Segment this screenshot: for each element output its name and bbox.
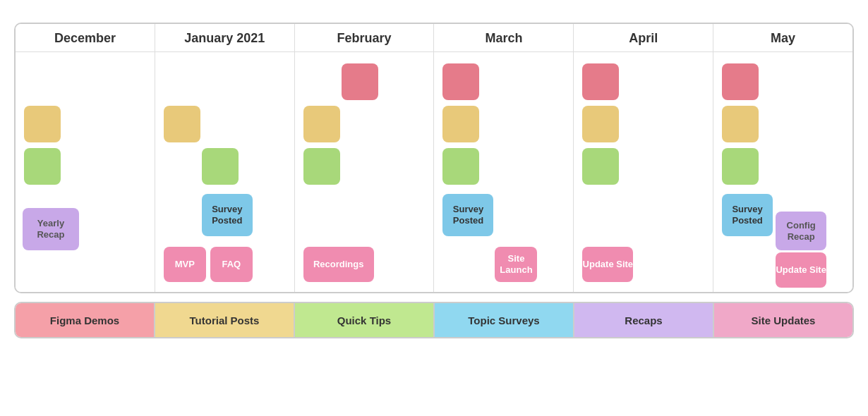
schedule-item-may-2 (722, 148, 759, 185)
schedule-item-apr-1 (582, 106, 619, 142)
schedule-item-may-3: Survey Posted (722, 194, 773, 236)
schedule-item-feb-2 (303, 148, 340, 185)
month-header-april: April (574, 24, 713, 51)
legend-item-site-updates: Site Updates (714, 303, 852, 337)
legend-item-figma-demos: Figma Demos (16, 303, 155, 337)
schedule-item-may-0 (722, 63, 759, 100)
legend-item-recaps: Recaps (574, 303, 714, 337)
schedule-item-jan-4: FAQ (210, 247, 253, 282)
col-items-mar: Survey PostedSite Launch (438, 56, 569, 288)
month-col-jan: Survey PostedMVPFAQ (155, 52, 295, 292)
col-items-dec: Yearly Recap (20, 56, 150, 288)
legend: Figma DemosTutorial PostsQuick TipsTopic… (14, 302, 854, 338)
month-col-apr: Update Site (574, 52, 713, 292)
content-area: Yearly RecapSurvey PostedMVPFAQRecording… (16, 52, 852, 292)
legend-item-quick-tips: Quick Tips (295, 303, 435, 337)
schedule-item-jan-1 (202, 148, 239, 185)
schedule-item-may-4: Config Recap (776, 212, 826, 250)
month-col-dec: Yearly Recap (16, 52, 155, 292)
legend-item-tutorial-posts: Tutorial Posts (155, 303, 295, 337)
month-header-march: March (434, 24, 574, 51)
legend-item-topic-surveys: Topic Surveys (435, 303, 574, 337)
month-header-january-2021: January 2021 (155, 24, 295, 51)
col-items-jan: Survey PostedMVPFAQ (159, 56, 290, 288)
schedule-item-feb-3: Recordings (303, 247, 374, 282)
schedule-item-mar-1 (442, 106, 479, 142)
schedule-item-mar-4: Site Launch (495, 247, 537, 282)
schedule-item-feb-1 (303, 106, 340, 142)
schedule-item-jan-3: MVP (164, 247, 206, 282)
month-header-may: May (713, 24, 852, 51)
schedule-item-apr-2 (582, 148, 619, 185)
schedule-item-mar-2 (442, 148, 479, 185)
month-col-mar: Survey PostedSite Launch (434, 52, 574, 292)
schedule-item-jan-2: Survey Posted (202, 194, 253, 236)
schedule-item-apr-0 (582, 63, 619, 100)
schedule-item-dec-1 (24, 148, 61, 185)
schedule-item-feb-0 (342, 63, 378, 100)
month-header-row: DecemberJanuary 2021FebruaryMarchAprilMa… (16, 24, 852, 52)
schedule-item-apr-3: Update Site (582, 247, 633, 282)
schedule-item-mar-0 (442, 63, 479, 100)
month-col-feb: Recordings (295, 52, 435, 292)
col-items-may: Survey PostedConfig RecapUpdate Site (718, 56, 848, 288)
schedule-item-may-5: Update Site (776, 252, 826, 288)
month-col-may: Survey PostedConfig RecapUpdate Site (713, 52, 852, 292)
col-items-feb: Recordings (299, 56, 430, 288)
schedule-item-may-1 (722, 106, 759, 142)
month-header-february: February (295, 24, 435, 51)
schedule-item-dec-0 (24, 106, 61, 142)
schedule-container: DecemberJanuary 2021FebruaryMarchAprilMa… (14, 23, 854, 293)
month-header-december: December (16, 24, 155, 51)
schedule-item-dec-2: Yearly Recap (23, 208, 79, 250)
col-items-apr: Update Site (578, 56, 709, 288)
schedule-item-mar-3: Survey Posted (442, 194, 493, 236)
schedule-item-jan-0 (164, 106, 200, 142)
